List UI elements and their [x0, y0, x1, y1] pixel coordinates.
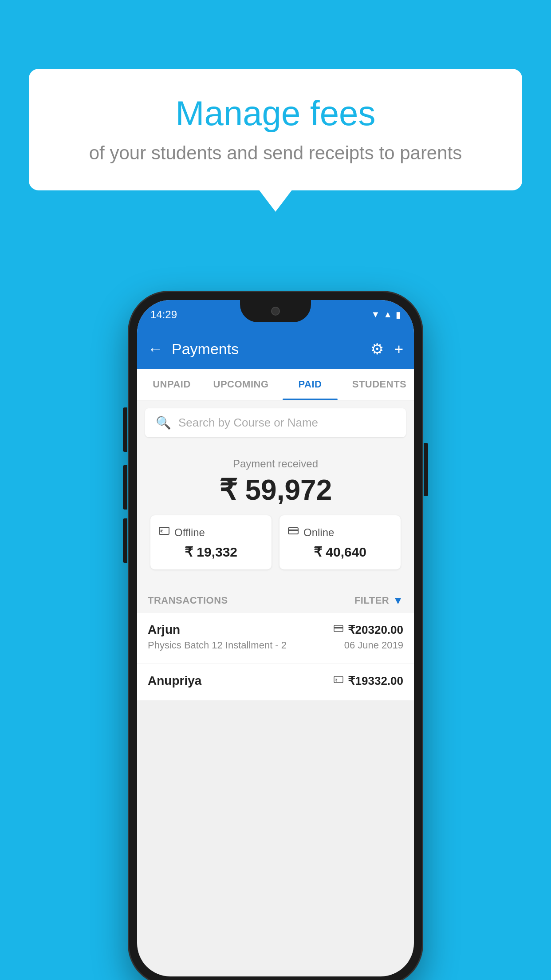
notch [240, 300, 311, 322]
svg-rect-5 [334, 627, 343, 628]
tab-paid[interactable]: PAID [276, 369, 345, 400]
search-icon: 🔍 [156, 415, 171, 430]
svg-text:₹: ₹ [160, 529, 163, 534]
online-payment-icon-1 [334, 624, 343, 636]
status-time: 14:29 [150, 308, 177, 321]
transaction-name-2: Anupriya [148, 674, 201, 688]
app-bar-icons: ⚙ + [370, 340, 403, 358]
app-bar: ← Payments ⚙ + [137, 329, 414, 369]
back-button[interactable]: ← [148, 340, 163, 358]
online-card-header: Online [287, 525, 393, 540]
tab-students[interactable]: STUDENTS [345, 369, 414, 400]
search-placeholder: Search by Course or Name [178, 416, 318, 430]
svg-rect-3 [288, 530, 298, 531]
payment-received-label: Payment received [148, 458, 403, 470]
transaction-row-1: Arjun ₹20320.00 [148, 623, 403, 637]
transactions-header: TRANSACTIONS FILTER ▼ [137, 586, 414, 613]
tab-upcoming[interactable]: UPCOMING [206, 369, 276, 400]
battery-icon: ▮ [396, 309, 401, 320]
speech-bubble-container: Manage fees of your students and send re… [29, 69, 522, 190]
transactions-label: TRANSACTIONS [148, 595, 228, 606]
tabs-container: UNPAID UPCOMING PAID STUDENTS [137, 369, 414, 400]
settings-icon[interactable]: ⚙ [370, 340, 384, 358]
transaction-item-2[interactable]: Anupriya ₹ ₹19332.00 [137, 664, 414, 701]
payment-summary: Payment received ₹ 59,972 ₹ [137, 445, 414, 586]
transaction-detail-row-1: Physics Batch 12 Installment - 2 06 June… [148, 640, 403, 651]
transaction-row-2: Anupriya ₹ ₹19332.00 [148, 674, 403, 688]
svg-text:₹: ₹ [335, 678, 338, 683]
search-bar[interactable]: 🔍 Search by Course or Name [145, 408, 406, 437]
notch-camera [271, 307, 280, 316]
content-area: 🔍 Search by Course or Name Payment recei… [137, 400, 414, 701]
offline-label: Offline [174, 526, 205, 539]
transaction-amount-container-1: ₹20320.00 [334, 623, 403, 637]
phone-frame: 14:29 ▼ ▲ ▮ ← Payments ⚙ + UNPAID [129, 292, 422, 980]
status-bar: 14:29 ▼ ▲ ▮ [137, 300, 414, 329]
tab-unpaid[interactable]: UNPAID [137, 369, 206, 400]
transaction-name-1: Arjun [148, 623, 180, 637]
payment-cards: ₹ Offline ₹ 19,332 [148, 515, 403, 578]
speech-bubble: Manage fees of your students and send re… [29, 69, 522, 190]
transaction-item[interactable]: Arjun ₹20320.00 Physics Batch 12 Install… [137, 613, 414, 664]
phone-screen: 14:29 ▼ ▲ ▮ ← Payments ⚙ + UNPAID [137, 300, 414, 976]
transaction-amount-container-2: ₹ ₹19332.00 [334, 674, 403, 688]
transaction-amount-2: ₹19332.00 [348, 674, 403, 688]
online-label: Online [303, 526, 334, 539]
offline-icon: ₹ [158, 525, 170, 540]
offline-card-header: ₹ Offline [158, 525, 264, 540]
transaction-date-1: 06 June 2019 [344, 640, 403, 651]
bubble-subtitle: of your students and send receipts to pa… [55, 142, 496, 164]
online-amount: ₹ 40,640 [287, 544, 393, 560]
transaction-detail-1: Physics Batch 12 Installment - 2 [148, 640, 287, 651]
add-icon[interactable]: + [394, 340, 403, 358]
filter-container[interactable]: FILTER ▼ [354, 594, 403, 607]
offline-payment-icon-2: ₹ [334, 675, 343, 687]
bubble-title: Manage fees [55, 93, 496, 134]
signal-icon: ▲ [383, 309, 392, 320]
online-icon [287, 525, 299, 540]
status-icons: ▼ ▲ ▮ [371, 309, 401, 320]
offline-amount: ₹ 19,332 [158, 544, 264, 560]
wifi-icon: ▼ [371, 309, 380, 320]
app-bar-title: Payments [172, 340, 362, 358]
payment-amount: ₹ 59,972 [148, 474, 403, 506]
offline-payment-card: ₹ Offline ₹ 19,332 [150, 515, 272, 569]
filter-label: FILTER [354, 595, 389, 606]
transaction-amount-1: ₹20320.00 [348, 623, 403, 637]
online-payment-card: Online ₹ 40,640 [279, 515, 401, 569]
filter-icon: ▼ [393, 594, 403, 607]
